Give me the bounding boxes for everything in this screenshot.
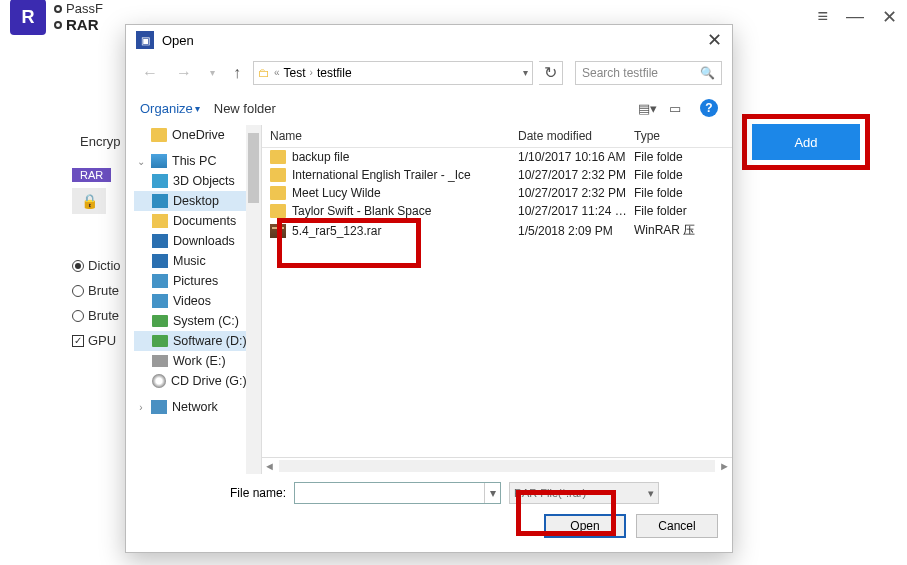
tree-thispc[interactable]: This PC bbox=[172, 154, 216, 168]
tree-3d[interactable]: 3D Objects bbox=[173, 174, 235, 188]
open-dialog: ▣ Open ✕ ← → ▾ ↑ 🗀 « Test › testfile ▾ ↻… bbox=[125, 24, 733, 553]
preview-pane-icon[interactable]: ▭ bbox=[664, 98, 686, 119]
drive-c-icon bbox=[152, 315, 168, 327]
file-date: 1/5/2018 2:09 PM bbox=[510, 224, 626, 238]
search-icon: 🔍 bbox=[700, 66, 715, 80]
filename-dropdown-icon[interactable]: ▾ bbox=[484, 483, 500, 503]
tree-softwared[interactable]: Software (D:) bbox=[173, 334, 247, 348]
file-name: Meet Lucy Wilde bbox=[292, 186, 381, 200]
app-title-top: PassF bbox=[66, 1, 103, 16]
organize-button[interactable]: Organize ▾ bbox=[140, 101, 200, 116]
checkbox-gpu[interactable]: ✓ bbox=[72, 335, 84, 347]
radio-dictionary-label: Dictio bbox=[88, 258, 121, 273]
tree-pictures[interactable]: Pictures bbox=[173, 274, 218, 288]
file-name: International English Trailer - _Ice bbox=[292, 168, 471, 182]
crumb-test[interactable]: Test bbox=[284, 66, 306, 80]
col-type[interactable]: Type bbox=[626, 129, 732, 143]
tree-worke[interactable]: Work (E:) bbox=[173, 354, 226, 368]
chevron-down-icon[interactable]: ▾ bbox=[523, 67, 528, 78]
pictures-icon bbox=[152, 274, 168, 288]
radio-brute1[interactable] bbox=[72, 285, 84, 297]
radio-brute2[interactable] bbox=[72, 310, 84, 322]
folder-icon bbox=[270, 150, 286, 164]
encrypt-label: Encryp bbox=[72, 130, 128, 153]
highlight-add bbox=[742, 114, 870, 170]
network-icon bbox=[151, 400, 167, 414]
refresh-icon[interactable]: ↻ bbox=[539, 61, 563, 85]
radio-brute1-label: Brute bbox=[88, 283, 119, 298]
file-name: Taylor Swift - Blank Space bbox=[292, 204, 431, 218]
dialog-icon: ▣ bbox=[136, 31, 154, 49]
3d-icon bbox=[152, 174, 168, 188]
help-icon[interactable]: ? bbox=[700, 99, 718, 117]
search-input[interactable]: Search testfile 🔍 bbox=[575, 61, 722, 85]
highlight-rar-file bbox=[277, 218, 421, 268]
search-placeholder: Search testfile bbox=[582, 66, 658, 80]
documents-icon bbox=[152, 214, 168, 228]
nav-fwd-icon[interactable]: → bbox=[170, 62, 198, 84]
filename-input[interactable]: ▾ bbox=[294, 482, 501, 504]
radio-dictionary[interactable] bbox=[72, 260, 84, 272]
radio-brute2-label: Brute bbox=[88, 308, 119, 323]
rar-chip: RAR bbox=[72, 168, 111, 182]
tree-downloads[interactable]: Downloads bbox=[173, 234, 235, 248]
file-type: File folde bbox=[626, 186, 732, 200]
desktop-icon bbox=[152, 194, 168, 208]
cancel-button[interactable]: Cancel bbox=[636, 514, 718, 538]
tree-music[interactable]: Music bbox=[173, 254, 206, 268]
downloads-icon bbox=[152, 234, 168, 248]
hamburger-icon[interactable]: ≡ bbox=[817, 6, 828, 28]
tree-network[interactable]: Network bbox=[172, 400, 218, 414]
checkbox-gpu-label: GPU bbox=[88, 333, 116, 348]
app-nodes-icon bbox=[54, 5, 62, 29]
crumb-testfile[interactable]: testfile bbox=[317, 66, 352, 80]
tree-scrollbar[interactable] bbox=[246, 125, 261, 474]
music-icon bbox=[152, 254, 168, 268]
cd-icon bbox=[152, 374, 166, 388]
tree-onedrive[interactable]: OneDrive bbox=[172, 128, 225, 142]
file-date: 10/27/2017 2:32 PM bbox=[510, 168, 626, 182]
file-row[interactable]: Meet Lucy Wilde10/27/2017 2:32 PMFile fo… bbox=[262, 184, 732, 202]
new-folder-button[interactable]: New folder bbox=[214, 101, 276, 116]
nav-history-icon[interactable]: ▾ bbox=[204, 65, 221, 80]
nav-up-icon[interactable]: ↑ bbox=[227, 62, 247, 84]
close-icon[interactable]: ✕ bbox=[882, 6, 897, 28]
file-h-scrollbar[interactable]: ◄► bbox=[262, 457, 732, 474]
file-type: WinRAR 压 bbox=[626, 222, 732, 239]
file-row[interactable]: International English Trailer - _Ice10/2… bbox=[262, 166, 732, 184]
lock-icon: 🔒 bbox=[72, 188, 106, 214]
app-logo: R bbox=[10, 0, 46, 35]
thispc-icon bbox=[151, 154, 167, 168]
breadcrumb[interactable]: 🗀 « Test › testfile ▾ bbox=[253, 61, 533, 85]
nav-back-icon[interactable]: ← bbox=[136, 62, 164, 84]
file-row[interactable]: backup file1/10/2017 10:16 AMFile folde bbox=[262, 148, 732, 166]
drive-d-icon bbox=[152, 335, 168, 347]
drive-e-icon bbox=[152, 355, 168, 367]
onedrive-icon bbox=[151, 128, 167, 142]
folder-tree[interactable]: OneDrive ⌄This PC 3D Objects Desktop Doc… bbox=[126, 125, 262, 474]
file-type: File folder bbox=[626, 204, 732, 218]
file-name: backup file bbox=[292, 150, 349, 164]
tree-documents[interactable]: Documents bbox=[173, 214, 236, 228]
minimize-icon[interactable]: — bbox=[846, 6, 864, 28]
folder-icon bbox=[270, 186, 286, 200]
app-title-sub: RAR bbox=[66, 16, 103, 33]
filename-label: File name: bbox=[226, 486, 286, 500]
dialog-close-icon[interactable]: ✕ bbox=[707, 29, 722, 51]
tree-systemc[interactable]: System (C:) bbox=[173, 314, 239, 328]
tree-cddrive[interactable]: CD Drive (G:) bbox=[171, 374, 247, 388]
file-date: 10/27/2017 11:24 … bbox=[510, 204, 626, 218]
folder-icon bbox=[270, 168, 286, 182]
col-date[interactable]: Date modified bbox=[510, 129, 626, 143]
dialog-title: Open bbox=[162, 33, 194, 48]
view-mode-icon[interactable]: ▤▾ bbox=[633, 98, 662, 119]
highlight-open-button bbox=[516, 490, 616, 536]
tree-videos[interactable]: Videos bbox=[173, 294, 211, 308]
file-date: 1/10/2017 10:16 AM bbox=[510, 150, 626, 164]
folder-icon: 🗀 bbox=[258, 66, 270, 80]
tree-desktop[interactable]: Desktop bbox=[173, 194, 219, 208]
file-type: File folde bbox=[626, 168, 732, 182]
col-name[interactable]: Name bbox=[262, 129, 510, 143]
file-type: File folde bbox=[626, 150, 732, 164]
file-date: 10/27/2017 2:32 PM bbox=[510, 186, 626, 200]
